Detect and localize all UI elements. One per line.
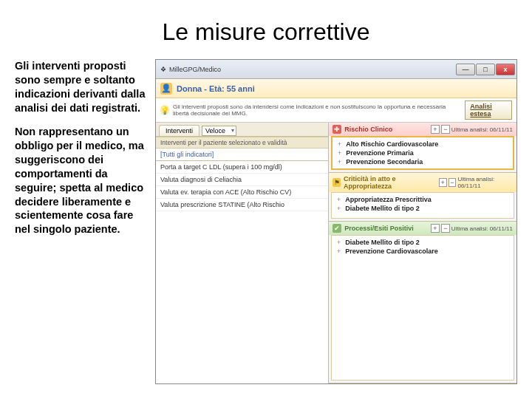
tab-interventi[interactable]: Interventi <box>159 125 200 136</box>
row-label: Alto Rischio Cardiovascolare <box>346 140 438 148</box>
panel-title: Criticità in atto e Appropriatezza <box>344 175 435 190</box>
warning-icon: ⚑ <box>332 178 341 187</box>
panel-criticita: ⚑ Criticità in atto e Appropriatezza + −… <box>329 173 516 222</box>
paragraph-2: Non rappresentano un obbligo per il medi… <box>15 125 148 236</box>
last-analysis: Ultima analisi: 06/11/11 <box>451 225 513 232</box>
patient-info: Donna - Età: 55 anni <box>177 84 255 93</box>
intervention-list: [Tutti gli indicatori] Porta a target C … <box>156 149 328 383</box>
panel-row[interactable]: +Appropriatezza Prescrittiva <box>335 195 510 204</box>
row-label: Appropriatezza Prescrittiva <box>345 196 432 203</box>
collapse-all-button[interactable]: − <box>441 125 450 134</box>
panel-row[interactable]: +Prevenzione Primaria <box>336 149 509 157</box>
last-analysis: Ultima analisi: 06/11/11 <box>457 176 513 189</box>
row-label: Prevenzione Cardiovascolare <box>345 248 438 255</box>
panel-row[interactable]: +Diabete Mellito di tipo 2 <box>335 204 510 213</box>
row-label: Diabete Mellito di tipo 2 <box>345 205 420 212</box>
window-title: MilleGPG/Medico <box>169 66 221 73</box>
patient-icon: 👤 <box>160 83 172 95</box>
app-icon: ❖ <box>160 66 166 73</box>
expand-all-button[interactable]: + <box>439 178 447 187</box>
panel-row[interactable]: +Prevenzione Cardiovascolare <box>335 247 510 256</box>
last-analysis: Ultima analisi: 06/11/11 <box>451 126 513 133</box>
slide-title: Le misure correttive <box>15 18 517 46</box>
panel-title: Processi/Esiti Positivi <box>344 225 414 232</box>
expand-all-button[interactable]: + <box>431 224 440 233</box>
expand-all-button[interactable]: + <box>431 125 440 134</box>
panel-row[interactable]: +Prevenzione Secondaria <box>336 157 509 166</box>
panel-row[interactable]: +Diabete Mellito di tipo 2 <box>335 238 510 247</box>
patient-header: 👤 Donna - Età: 55 anni <box>156 79 516 98</box>
info-icon: 💡 <box>160 105 169 115</box>
maximize-button[interactable]: □ <box>476 64 495 75</box>
info-text: Gli interventi proposti sono da intender… <box>173 103 461 117</box>
row-label: Prevenzione Secondaria <box>346 158 423 166</box>
tab-row: Interventi Veloce <box>156 123 328 137</box>
panel-rischio-clinico: ✚ Rischio Clinico + − Ultima analisi: 06… <box>329 123 516 173</box>
app-screenshot: ❖ MilleGPG/Medico — □ x 👤 Donna - Età: 5… <box>155 59 517 384</box>
row-label: Prevenzione Primaria <box>346 149 414 157</box>
close-button[interactable]: x <box>496 64 515 75</box>
check-icon: ✔ <box>332 224 341 233</box>
text-column: Gli interventi proposti sono sempre e so… <box>15 59 148 384</box>
panel-processi-positivi: ✔ Processi/Esiti Positivi + − Ultima ana… <box>329 222 516 383</box>
speed-select[interactable]: Veloce <box>202 126 236 136</box>
row-label: Diabete Mellito di tipo 2 <box>345 239 420 246</box>
panel-title: Rischio Clinico <box>344 126 392 133</box>
alert-icon: ✚ <box>332 125 341 134</box>
collapse-all-button[interactable]: − <box>449 178 457 187</box>
window-titlebar: ❖ MilleGPG/Medico — □ x <box>156 60 516 79</box>
extended-analysis-button[interactable]: Analisi estesa <box>465 100 512 120</box>
minimize-button[interactable]: — <box>456 64 475 75</box>
list-item[interactable]: [Tutti gli indicatori] <box>156 149 328 161</box>
slide-content: Gli interventi proposti sono sempre e so… <box>15 59 517 384</box>
risk-column: ✚ Rischio Clinico + − Ultima analisi: 06… <box>329 123 516 383</box>
section-label: Interventi per il paziente selezionato e… <box>156 137 328 149</box>
panel-row[interactable]: +Alto Rischio Cardiovascolare <box>336 140 509 149</box>
info-bar: 💡 Gli interventi proposti sono da intend… <box>156 98 516 123</box>
main-area: Interventi Veloce Interventi per il pazi… <box>156 123 516 383</box>
collapse-all-button[interactable]: − <box>441 224 450 233</box>
list-item[interactable]: Valuta prescrizione STATINE (Alto Rischi… <box>156 199 328 211</box>
interventions-column: Interventi Veloce Interventi per il pazi… <box>156 123 329 383</box>
list-item[interactable]: Valuta ev. terapia con ACE (Alto Rischio… <box>156 186 328 199</box>
paragraph-1: Gli interventi proposti sono sempre e so… <box>15 59 148 115</box>
list-item[interactable]: Porta a target C LDL (supera i 100 mg/dl… <box>156 161 328 174</box>
list-item[interactable]: Valuta diagnosi di Celiachia <box>156 174 328 186</box>
